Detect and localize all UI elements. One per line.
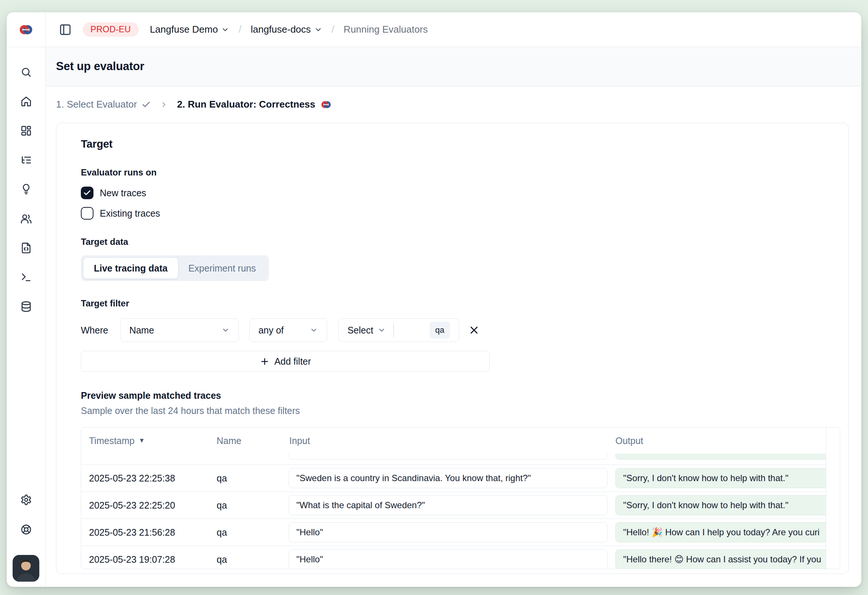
sidebar-item-tracing[interactable] (7, 145, 45, 175)
option-new-traces[interactable]: New traces (81, 187, 840, 199)
breadcrumb-project[interactable]: langfuse-docs (251, 24, 322, 35)
target-data-label: Target data (81, 237, 840, 247)
cell-timestamp: 2025-05-23 21:56:28 (89, 527, 208, 538)
page-content: Target Evaluator runs on New traces Exis… (46, 123, 861, 587)
sidebar-bottom (7, 485, 45, 587)
filter-field-select[interactable]: Name (120, 318, 239, 342)
cell-input: "What is the capital of Sweden?" (289, 495, 616, 515)
add-filter-button[interactable]: Add filter (81, 351, 490, 372)
user-avatar[interactable] (13, 555, 39, 582)
users-icon (21, 213, 32, 224)
chevron-down-icon (221, 26, 229, 34)
cell-input: "Hello" (289, 549, 616, 568)
step-select-evaluator[interactable]: 1. Select Evaluator (56, 99, 151, 110)
plus-icon (260, 356, 270, 366)
panel-left-icon (59, 24, 72, 36)
avatar-photo (13, 555, 39, 582)
sidebar-item-support[interactable] (7, 514, 45, 544)
sidebar-item-home[interactable] (7, 87, 45, 116)
preview-traces-table: Timestamp ▼ Name Input Output 2025-05-23… (81, 427, 840, 569)
tab-live-tracing-data[interactable]: Live tracing data (83, 258, 178, 279)
filter-value-select[interactable]: Select qa (338, 318, 459, 342)
cell-name: qa (208, 473, 289, 484)
environment-badge: PROD-EU (83, 22, 139, 37)
langfuse-logo[interactable] (7, 12, 45, 47)
tab-experiment-runs[interactable]: Experiment runs (178, 258, 266, 279)
langfuse-knot-logo-icon (19, 22, 33, 37)
sidebar-item-prompts[interactable] (7, 175, 45, 204)
input-preview-box: "Hello" (289, 549, 608, 568)
new-traces-label[interactable]: New traces (100, 188, 146, 198)
file-json-icon (21, 242, 32, 254)
sidebar-item-search[interactable] (7, 58, 45, 87)
runs-on-label: Evaluator runs on (81, 167, 840, 178)
sidebar-item-users[interactable] (7, 204, 45, 233)
filter-row: Where Name any of Select qa (81, 318, 840, 342)
search-icon (21, 66, 32, 78)
close-icon (468, 324, 480, 336)
filter-value-placeholder: Select (348, 325, 373, 336)
cell-output: "Sorry, I don't know how to help with th… (616, 495, 840, 515)
target-card: Target Evaluator runs on New traces Exis… (56, 123, 849, 574)
add-filter-label: Add filter (275, 356, 311, 367)
filter-field-value: Name (130, 325, 154, 336)
cell-timestamp: 2025-05-23 22:25:20 (89, 500, 208, 511)
remove-filter-button[interactable] (468, 324, 480, 336)
cell-input: "Hello" (289, 522, 616, 542)
database-icon (21, 301, 32, 312)
output-preview-box: "Hello! 🎉 How can I help you today? Are … (616, 522, 840, 542)
table-row: 2025-05-23 22:25:20 qa "What is the capi… (81, 492, 840, 519)
existing-traces-checkbox[interactable] (81, 207, 93, 220)
step-run-evaluator: 2. Run Evaluator: Correctness (177, 99, 332, 110)
sidebar-item-settings[interactable] (7, 485, 45, 514)
sort-desc-icon: ▼ (139, 437, 145, 444)
main-column: PROD-EU Langfuse Demo / langfuse-docs / … (46, 12, 861, 587)
input-preview-box (289, 454, 608, 460)
wizard-steps: 1. Select Evaluator 2. Run Evaluator: Co… (46, 86, 861, 123)
sidebar-toggle-button[interactable] (59, 24, 72, 36)
target-filter-label: Target filter (81, 298, 840, 309)
output-preview-box: "Sorry, I don't know how to help with th… (616, 468, 840, 488)
column-timestamp[interactable]: Timestamp ▼ (89, 436, 208, 446)
sidebar-item-datasets[interactable] (7, 233, 45, 263)
check-icon (141, 100, 151, 109)
chevron-down-icon (378, 326, 386, 334)
list-tree-icon (21, 154, 32, 166)
output-preview-box: "Hello there! 😊 How can I assist you tod… (616, 549, 840, 568)
breadcrumb-org[interactable]: Langfuse Demo (150, 24, 230, 35)
output-preview-box (616, 454, 840, 460)
sidebar-item-dashboard[interactable] (7, 116, 45, 145)
cell-output: "Sorry, I don't know how to help with th… (616, 468, 840, 488)
filter-operator-value: any of (258, 325, 284, 336)
filter-operator-select[interactable]: any of (249, 318, 327, 342)
select-divider (393, 323, 394, 337)
existing-traces-label[interactable]: Existing traces (100, 208, 160, 219)
step-1-label: 1. Select Evaluator (56, 99, 137, 110)
preview-title: Preview sample matched traces (81, 390, 840, 401)
cell-name: qa (208, 554, 289, 565)
preview-subtitle: Sample over the last 24 hours that match… (81, 406, 840, 416)
sidebar-item-database[interactable] (7, 292, 45, 321)
option-existing-traces[interactable]: Existing traces (81, 207, 840, 220)
input-preview-box: "Hello" (289, 522, 608, 542)
input-preview-box: "What is the capital of Sweden?" (289, 495, 608, 515)
table-row: 2025-05-23 21:56:28 qa "Hello" "Hello! 🎉… (81, 519, 840, 546)
page-title: Set up evaluator (56, 60, 144, 73)
cell-timestamp: 2025-05-23 19:07:28 (89, 554, 208, 565)
life-buoy-icon (21, 524, 32, 535)
settings-gear-icon (21, 494, 32, 506)
cell-output: "Hello! 🎉 How can I help you today? Are … (616, 522, 840, 542)
check-icon (83, 189, 91, 197)
runs-on-options: New traces Existing traces (81, 187, 840, 220)
table-scrollbar[interactable] (826, 428, 840, 568)
sidebar-item-playground[interactable] (7, 263, 45, 292)
app-window: PROD-EU Langfuse Demo / langfuse-docs / … (7, 12, 861, 587)
new-traces-checkbox[interactable] (81, 187, 93, 199)
breadcrumb-project-label: langfuse-docs (251, 24, 311, 35)
timestamp-header-label: Timestamp (89, 436, 135, 446)
cell-input: "Sweden is a country in Scandinavia. You… (289, 468, 616, 488)
column-input: Input (289, 436, 616, 446)
chevron-right-icon (160, 100, 168, 109)
breadcrumb-separator: / (239, 24, 242, 35)
table-row: 2025-05-23 19:07:28 qa "Hello" "Hello th… (81, 546, 840, 568)
